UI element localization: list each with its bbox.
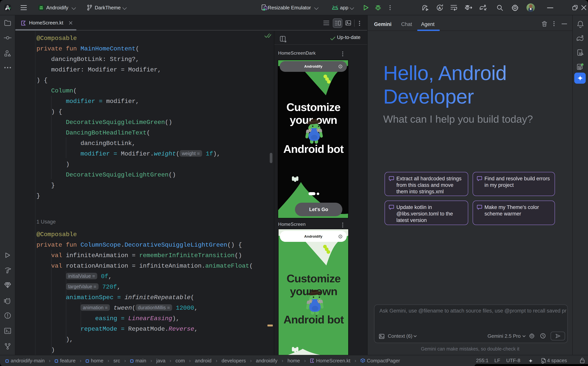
svg-text:A: A	[438, 6, 441, 10]
